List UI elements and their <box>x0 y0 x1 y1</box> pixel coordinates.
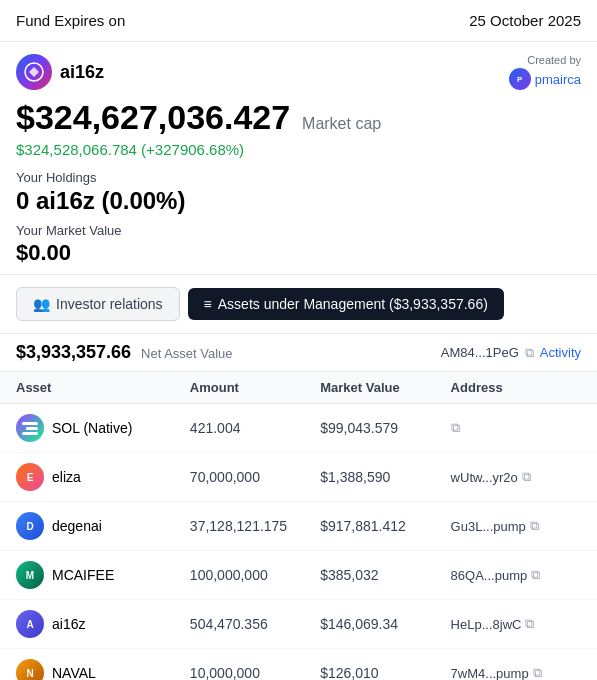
copy-address-button[interactable]: ⧉ <box>531 567 540 583</box>
creator-name: pmairca <box>535 72 581 87</box>
asset-amount: 504,470.356 <box>190 616 320 632</box>
fund-name-row: ai16z <box>16 54 104 90</box>
market-value-label: Your Market Value <box>16 223 581 238</box>
tab-assets-under-management[interactable]: ≡ Assets under Management ($3,933,357.66… <box>188 288 504 320</box>
fund-info-section: ai16z Created by P pmairca $324,627,036.… <box>0 42 597 275</box>
holdings-label: Your Holdings <box>16 170 581 185</box>
fund-expires-date: 25 October 2025 <box>469 12 581 29</box>
fund-identity: ai16z Created by P pmairca <box>16 54 581 90</box>
asset-name-cell: M MCAIFEE <box>16 561 190 589</box>
price-change: $324,528,066.784 (+327906.68%) <box>16 141 581 158</box>
asset-address-cell: HeLp...8jwC ⧉ <box>451 616 581 632</box>
asset-address: HeLp...8jwC <box>451 617 522 632</box>
tab-investor-relations[interactable]: 👥 Investor relations <box>16 287 180 321</box>
col-address: Address <box>451 380 581 395</box>
table-row: E eliza 70,000,000 $1,388,590 wUtw...yr2… <box>0 453 597 502</box>
table-row: D degenai 37,128,121.175 $917,881.412 Gu… <box>0 502 597 551</box>
asset-name: SOL (Native) <box>52 420 132 436</box>
creator-link[interactable]: P pmairca <box>509 68 581 90</box>
table-row: M MCAIFEE 100,000,000 $385,032 86QA...pu… <box>0 551 597 600</box>
asset-address-cell: 7wM4...pump ⧉ <box>451 665 581 680</box>
asset-name-cell: N NAVAL <box>16 659 190 680</box>
asset-amount: 421.004 <box>190 420 320 436</box>
asset-name-cell: E eliza <box>16 463 190 491</box>
asset-name: eliza <box>52 469 81 485</box>
asset-name: degenai <box>52 518 102 534</box>
list-icon: ≡ <box>204 296 212 312</box>
asset-address: wUtw...yr2o <box>451 470 518 485</box>
asset-address: 86QA...pump <box>451 568 528 583</box>
users-icon: 👥 <box>33 296 50 312</box>
market-cap-row: $324,627,036.427 Market cap <box>16 98 581 137</box>
col-amount: Amount <box>190 380 320 395</box>
market-cap-value: $324,627,036.427 <box>16 98 290 136</box>
copy-address-button[interactable]: ⧉ <box>522 469 531 485</box>
asset-market-value: $385,032 <box>320 567 450 583</box>
table-row: N NAVAL 10,000,000 $126,010 7wM4...pump … <box>0 649 597 680</box>
copy-address-button[interactable]: ⧉ <box>530 518 539 534</box>
copy-address-button[interactable]: ⧉ <box>533 665 542 680</box>
asset-avatar: M <box>16 561 44 589</box>
asset-avatar: D <box>16 512 44 540</box>
asset-address: 7wM4...pump <box>451 666 529 681</box>
fund-name: ai16z <box>60 62 104 83</box>
asset-amount: 10,000,000 <box>190 665 320 680</box>
asset-amount: 100,000,000 <box>190 567 320 583</box>
col-market-value: Market Value <box>320 380 450 395</box>
asset-address: Gu3L...pump <box>451 519 526 534</box>
nav-right: AM84...1PeG ⧉ Activity <box>441 345 581 361</box>
asset-name-cell: D degenai <box>16 512 190 540</box>
market-cap-label: Market cap <box>302 115 381 132</box>
asset-address-cell: Gu3L...pump ⧉ <box>451 518 581 534</box>
asset-name: MCAIFEE <box>52 567 114 583</box>
asset-market-value: $99,043.579 <box>320 420 450 436</box>
created-by-section: Created by P pmairca <box>509 54 581 90</box>
nav-label: Net Asset Value <box>141 346 233 361</box>
asset-address-cell: ⧉ <box>451 420 581 436</box>
creator-avatar: P <box>509 68 531 90</box>
asset-avatar <box>16 414 44 442</box>
tab-investor-relations-label: Investor relations <box>56 296 163 312</box>
asset-market-value: $146,069.34 <box>320 616 450 632</box>
asset-name: NAVAL <box>52 665 96 680</box>
nav-copy-button[interactable]: ⧉ <box>525 345 534 361</box>
asset-name-cell: A ai16z <box>16 610 190 638</box>
header-bar: Fund Expires on 25 October 2025 <box>0 0 597 42</box>
nav-asset-value: $3,933,357.66 <box>16 342 131 362</box>
asset-amount: 70,000,000 <box>190 469 320 485</box>
activity-link[interactable]: Activity <box>540 345 581 360</box>
created-by-label: Created by <box>527 54 581 66</box>
table-row: SOL (Native) 421.004 $99,043.579 ⧉ <box>0 404 597 453</box>
table-row: A ai16z 504,470.356 $146,069.34 HeLp...8… <box>0 600 597 649</box>
nav-section: $3,933,357.66 Net Asset Value AM84...1Pe… <box>0 334 597 372</box>
table-rows: SOL (Native) 421.004 $99,043.579 ⧉ E eli… <box>0 404 597 680</box>
tab-section: 👥 Investor relations ≡ Assets under Mana… <box>0 275 597 334</box>
nav-address: AM84...1PeG <box>441 345 519 360</box>
asset-table: Asset Amount Market Value Address SOL (N… <box>0 372 597 680</box>
asset-market-value: $1,388,590 <box>320 469 450 485</box>
fund-avatar <box>16 54 52 90</box>
nav-left: $3,933,357.66 Net Asset Value <box>16 342 233 363</box>
asset-avatar: A <box>16 610 44 638</box>
holdings-value: 0 ai16z (0.00%) <box>16 187 581 215</box>
asset-market-value: $126,010 <box>320 665 450 680</box>
fund-expires-label: Fund Expires on <box>16 12 125 29</box>
copy-address-button[interactable]: ⧉ <box>525 616 534 632</box>
table-header: Asset Amount Market Value Address <box>0 372 597 404</box>
asset-name: ai16z <box>52 616 85 632</box>
col-asset: Asset <box>16 380 190 395</box>
asset-avatar: N <box>16 659 44 680</box>
asset-address-cell: wUtw...yr2o ⧉ <box>451 469 581 485</box>
asset-market-value: $917,881.412 <box>320 518 450 534</box>
tab-aum-label: Assets under Management ($3,933,357.66) <box>218 296 488 312</box>
asset-address-cell: 86QA...pump ⧉ <box>451 567 581 583</box>
asset-amount: 37,128,121.175 <box>190 518 320 534</box>
market-value-amount: $0.00 <box>16 240 581 266</box>
asset-avatar: E <box>16 463 44 491</box>
copy-address-button[interactable]: ⧉ <box>451 420 460 436</box>
asset-name-cell: SOL (Native) <box>16 414 190 442</box>
